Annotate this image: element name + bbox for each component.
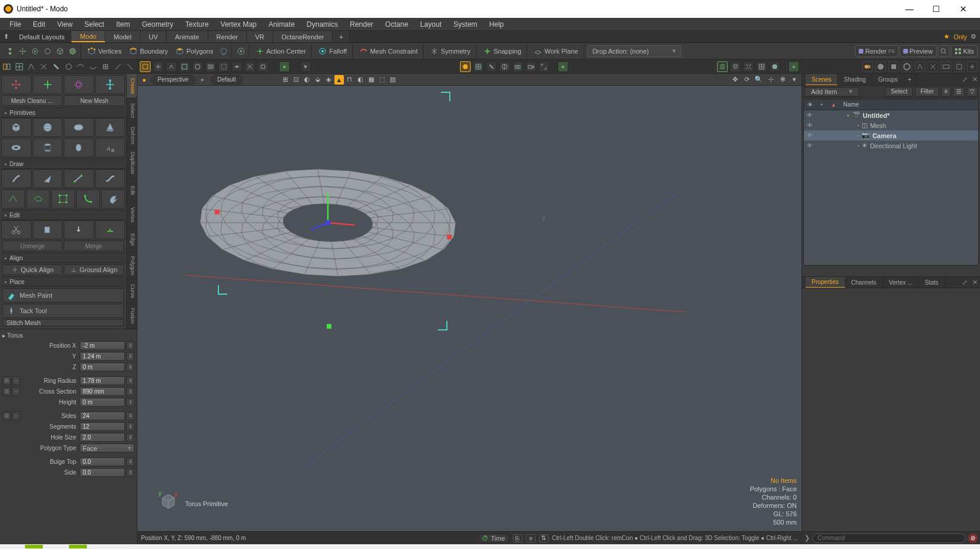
render-button[interactable]: RenderF9 [855, 45, 898, 57]
vp-layers-icon[interactable] [730, 61, 741, 72]
preview-button[interactable]: Preview [900, 45, 937, 57]
kits-button[interactable]: Kits [951, 45, 978, 57]
tack-tool-button[interactable]: Tack Tool [2, 304, 124, 318]
vp-icon-5[interactable] [192, 61, 203, 72]
vtab-fusion[interactable]: Fusion [127, 304, 137, 329]
vh-icon-3[interactable]: ◐ [302, 75, 312, 85]
quick-align-button[interactable]: Quick Align [2, 264, 62, 275]
torus-primitive[interactable] [1, 138, 32, 157]
vh-icon-2[interactable]: ⊡ [292, 75, 301, 85]
tab-add[interactable]: + [904, 74, 916, 85]
sphere-primitive[interactable] [33, 118, 63, 137]
tab-animate[interactable]: Animate [167, 31, 208, 42]
shading-dropdown[interactable]: Default [211, 75, 243, 85]
constraint-icon[interactable] [235, 45, 247, 57]
prop-close-icon[interactable]: ✕ [970, 279, 980, 286]
vp-pointer-icon[interactable] [300, 61, 311, 72]
select-button[interactable]: Select [885, 87, 913, 96]
vp-shade-icon[interactable] [460, 61, 471, 72]
scale-tool[interactable] [95, 75, 126, 94]
status-icon-3[interactable]: ⇅ [539, 534, 549, 542]
vtab-create[interactable]: Create [127, 74, 137, 98]
ellipsoid-primitive[interactable] [64, 118, 94, 137]
cross-section-lock-icon[interactable]: ⊡ [2, 387, 11, 396]
axis-cube-icon[interactable]: x y [155, 489, 179, 513]
maximize-button[interactable]: ☐ [923, 0, 950, 18]
bulge-top-spinner[interactable]: ⇕ [126, 457, 134, 466]
text-primitive[interactable]: Aa [95, 138, 126, 157]
cube-primitive[interactable] [1, 118, 32, 137]
mesh-cleanup-button[interactable]: Mesh Cleanu ... [1, 95, 62, 106]
scene-tree[interactable]: 👁 + ▲ Name 👁 ▾ 🎬 Untitled* 👁 • ◫ Mesh 👁 … [803, 99, 979, 266]
vtab-deform[interactable]: Deform [127, 123, 137, 149]
cone-primitive[interactable] [95, 118, 126, 137]
vp-icon-r4[interactable] [499, 61, 510, 72]
bulge-top-input[interactable]: 0.0 [80, 457, 125, 466]
paste-tool[interactable] [64, 220, 94, 239]
material-mode-icon[interactable] [67, 45, 79, 57]
polygons-button[interactable]: Polygons [172, 45, 217, 57]
workplane-button[interactable]: Work Plane [530, 45, 582, 57]
menu-system[interactable]: System [447, 18, 483, 30]
vp-icon-2[interactable] [153, 61, 164, 72]
tab-stats[interactable]: Stats [919, 277, 945, 288]
position-z-spinner[interactable]: ⇕ [126, 363, 134, 372]
tab-groups[interactable]: Groups [872, 74, 904, 85]
tabs-close-icon[interactable]: ✕ [970, 76, 980, 83]
position-x-spinner[interactable]: ⇕ [126, 341, 134, 350]
menu-item[interactable]: Item [110, 18, 136, 30]
move-tool[interactable] [33, 75, 63, 94]
delete-tool[interactable] [95, 220, 126, 239]
tab-uv[interactable]: UV [140, 31, 167, 42]
tab-modo[interactable]: Modo [71, 31, 105, 42]
vtab-curve[interactable]: Curve [127, 279, 137, 304]
draw-tool-1[interactable] [1, 169, 32, 188]
left-icon-3[interactable] [27, 62, 36, 71]
menu-geometry[interactable]: Geometry [136, 18, 180, 30]
draw-tool-6[interactable] [26, 189, 50, 208]
action-center-button[interactable]: Action Center [252, 45, 310, 57]
command-chevron-icon[interactable]: ❯ [804, 534, 810, 542]
only-label[interactable]: Only [953, 33, 967, 40]
vh-icon-10[interactable]: ⬚ [377, 75, 387, 85]
vtab-select[interactable]: Select [127, 98, 137, 123]
draw-header[interactable]: Draw [1, 158, 125, 169]
vp-expand2-icon[interactable] [743, 61, 754, 72]
snapping-button[interactable]: Snapping [480, 45, 525, 57]
transform-tool[interactable] [1, 75, 32, 94]
align-header[interactable]: Align [1, 252, 125, 263]
sides-link-icon[interactable]: ↔ [12, 411, 20, 420]
vp-icon-10[interactable] [258, 61, 268, 72]
sides-spinner[interactable]: ⇕ [126, 411, 134, 420]
tab-channels[interactable]: Channels [846, 277, 883, 288]
draw-tool-3[interactable] [64, 169, 94, 188]
side-input[interactable]: 0.0 [80, 468, 125, 477]
status-icon-2[interactable]: ≡ [526, 534, 536, 542]
vp-icon-4[interactable] [179, 61, 190, 72]
tab-vr[interactable]: VR [247, 31, 273, 42]
left-icon-2[interactable] [15, 62, 24, 71]
tab-scenes[interactable]: Scenes [806, 74, 838, 85]
ring-radius-link-icon[interactable]: ↔ [12, 376, 20, 385]
left-icon-10[interactable] [114, 62, 123, 71]
height-input[interactable]: 0 m [80, 398, 125, 407]
left-icon-1[interactable] [2, 62, 11, 71]
search-icon[interactable] [938, 45, 950, 57]
capsule-primitive[interactable] [64, 138, 94, 157]
r-icon-1[interactable] [862, 61, 873, 72]
copy-tool[interactable] [33, 220, 63, 239]
tab-properties[interactable]: Properties [806, 277, 846, 288]
symmetry-button[interactable]: Symmetry [427, 45, 474, 57]
tree-item[interactable]: 👁 • ☀ Directional Light [804, 141, 978, 151]
cylinder-primitive[interactable] [33, 138, 63, 157]
perspective-dropdown[interactable]: Perspective [151, 75, 195, 85]
ring-radius-input[interactable]: 1.78 m [80, 376, 125, 385]
ground-align-button[interactable]: Ground Align [64, 264, 124, 275]
left-icon-11[interactable] [126, 62, 134, 71]
selmode-dropdown-icon[interactable] [218, 45, 230, 57]
gear-icon[interactable]: ⚙ [970, 33, 976, 40]
left-icon-4[interactable] [39, 62, 48, 71]
position-y-input[interactable]: 1.24 m [80, 352, 125, 361]
vh-icon-8[interactable]: ◐ [356, 75, 365, 85]
menu-dynamics[interactable]: Dynamics [300, 18, 344, 30]
